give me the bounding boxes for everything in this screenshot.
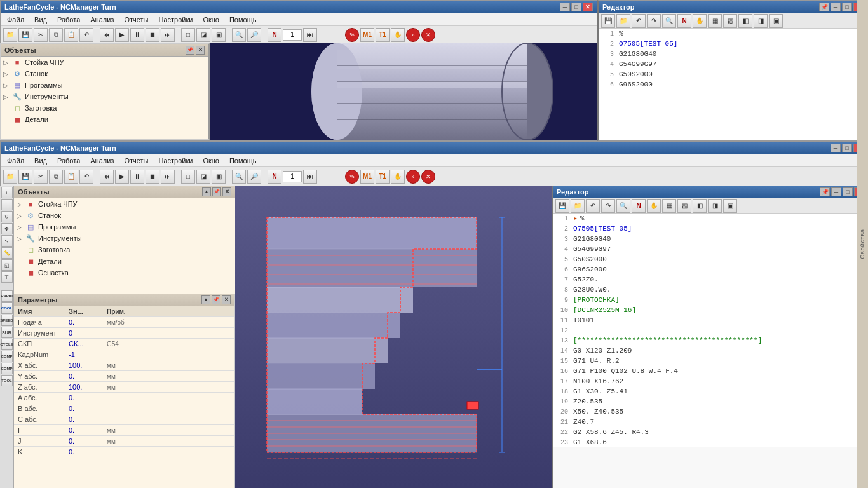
tree-bottom-fixture[interactable]: ◼ Оснастка bbox=[14, 267, 235, 278]
editor-b-btn3[interactable]: ◧ bbox=[693, 199, 707, 213]
editor-btn1[interactable]: ▦ bbox=[708, 14, 722, 28]
bottom-tb-skip[interactable]: ⏭ bbox=[303, 170, 317, 184]
params-close[interactable]: ✕ bbox=[222, 295, 231, 304]
expand-tools[interactable]: ▷ bbox=[17, 235, 24, 242]
tree-item-machine[interactable]: ▷ ⚙ Станок bbox=[1, 68, 208, 79]
expand-icon[interactable]: ▷ bbox=[3, 93, 11, 100]
editor-n-btn[interactable]: N bbox=[677, 14, 691, 28]
menu-file[interactable]: Файл bbox=[3, 15, 28, 25]
editor-redo-btn[interactable]: ↷ bbox=[647, 14, 661, 28]
tb-open[interactable]: 📁 bbox=[3, 28, 17, 42]
bottom-tb-step-fwd[interactable]: ⏭ bbox=[161, 170, 175, 184]
editor-btn3[interactable]: ◧ bbox=[738, 14, 752, 28]
tb-n-input[interactable] bbox=[283, 29, 302, 41]
bottom-tb-play[interactable]: ▶ bbox=[115, 170, 129, 184]
bottom-tb-m1[interactable]: M1 bbox=[360, 170, 374, 184]
side-btn-measure[interactable]: 📏 bbox=[1, 247, 13, 259]
editor-undo-btn[interactable]: ↶ bbox=[632, 14, 646, 28]
editor-open-btn[interactable]: 📁 bbox=[616, 14, 630, 28]
tb-copy[interactable]: ⧉ bbox=[49, 28, 63, 42]
bottom-tb-copy[interactable]: ⧉ bbox=[49, 170, 63, 184]
tb-step-fwd[interactable]: ⏭ bbox=[161, 28, 175, 42]
objects-bottom-pin[interactable]: 📌 bbox=[212, 187, 221, 196]
tb-t1[interactable]: T1 bbox=[376, 28, 390, 42]
side-btn-speed[interactable]: SPEED bbox=[1, 315, 13, 326]
editor-b-hand[interactable]: ✋ bbox=[647, 199, 661, 213]
bottom-tb-view2[interactable]: ◪ bbox=[196, 170, 210, 184]
bottom-tb-hand[interactable]: ✋ bbox=[391, 170, 405, 184]
editor-search-btn[interactable]: 🔍 bbox=[662, 14, 676, 28]
side-btn-rotate[interactable]: ↻ bbox=[1, 211, 13, 222]
bottom-minimize-btn[interactable]: ─ bbox=[831, 144, 841, 152]
editor-btn2[interactable]: ▧ bbox=[723, 14, 737, 28]
side-btn-zoom-in[interactable]: + bbox=[1, 187, 13, 198]
bottom-menu-file[interactable]: Файл bbox=[3, 156, 28, 166]
side-btn-comp2[interactable]: COMP bbox=[1, 363, 13, 374]
tree-bottom-tools[interactable]: ▷ 🔧 Инструменты bbox=[14, 233, 235, 244]
expand-cnc[interactable]: ▷ bbox=[17, 201, 24, 208]
bottom-menu-reports[interactable]: Отчеты bbox=[120, 156, 152, 166]
params-arrow-up[interactable]: ▲ bbox=[201, 295, 210, 304]
tree-bottom-blank[interactable]: ◻ Заготовка bbox=[14, 244, 235, 255]
menu-settings[interactable]: Настройки bbox=[154, 15, 196, 25]
tree-bottom-programs[interactable]: ▷ ▤ Программы bbox=[14, 221, 235, 233]
tree-bottom-parts[interactable]: ◼ Детали bbox=[14, 255, 235, 267]
editor-btn5[interactable]: ▣ bbox=[769, 14, 783, 28]
menu-reports[interactable]: Отчеты bbox=[120, 15, 152, 25]
editor-b-btn4[interactable]: ◨ bbox=[708, 199, 722, 213]
tree-bottom-machine[interactable]: ▷ ⚙ Станок bbox=[14, 210, 235, 221]
bottom-menu-view[interactable]: Вид bbox=[31, 156, 51, 166]
params-pin[interactable]: 📌 bbox=[212, 295, 220, 304]
side-btn-select[interactable]: ↖ bbox=[1, 235, 13, 247]
tb-m1[interactable]: M1 bbox=[360, 28, 374, 42]
bottom-tb-fast-fwd[interactable]: » bbox=[406, 170, 420, 184]
close-btn[interactable]: ✕ bbox=[583, 3, 593, 11]
menu-work[interactable]: Работа bbox=[53, 15, 84, 25]
side-btn-tool[interactable]: TOOL bbox=[1, 375, 13, 386]
objects-bottom-arrow-up[interactable]: ▲ bbox=[202, 187, 211, 196]
tb-view1[interactable]: □ bbox=[181, 28, 195, 42]
tree-item-programs[interactable]: ▷ ▤ Программы bbox=[1, 79, 208, 91]
editor-b-redo[interactable]: ↷ bbox=[601, 199, 615, 213]
tree-item-tools[interactable]: ▷ 🔧 Инструменты bbox=[1, 91, 208, 102]
tb-paste[interactable]: 📋 bbox=[64, 28, 78, 42]
side-btn-cycle[interactable]: CYCLE bbox=[1, 339, 13, 350]
bottom-tb-stop[interactable]: ⏹ bbox=[146, 170, 159, 184]
editor-b-btn5[interactable]: ▣ bbox=[723, 199, 737, 213]
editor-b-n[interactable]: N bbox=[632, 199, 646, 213]
expand-programs[interactable]: ▷ bbox=[17, 224, 24, 231]
bottom-tb-cut[interactable]: ✂ bbox=[34, 170, 48, 184]
side-btn-pan[interactable]: ✥ bbox=[1, 223, 13, 234]
bottom-tb-stop-red[interactable]: ✕ bbox=[421, 170, 435, 184]
editor-top-code-area[interactable]: 1 % 2 O7505[TEST 05] 3 G21G80G40 4 G54G9… bbox=[599, 29, 867, 140]
tb-view2[interactable]: ◪ bbox=[196, 28, 210, 42]
tree-item-parts[interactable]: ◼ Детали bbox=[1, 114, 208, 125]
menu-view[interactable]: Вид bbox=[31, 15, 51, 25]
editor-b-undo[interactable]: ↶ bbox=[586, 199, 600, 213]
tb-step-back[interactable]: ⏮ bbox=[100, 28, 114, 42]
editor-bottom-restore[interactable]: □ bbox=[843, 187, 853, 196]
tree-item-blank[interactable]: ◻ Заготовка bbox=[1, 102, 208, 114]
bottom-menu-window[interactable]: Окно bbox=[199, 156, 223, 166]
tb-view3[interactable]: ▣ bbox=[212, 28, 226, 42]
bottom-tb-save[interactable]: 💾 bbox=[18, 170, 32, 184]
objects-pin-btn[interactable]: 📌 bbox=[186, 46, 194, 55]
bottom-tb-open[interactable]: 📁 bbox=[3, 170, 17, 184]
restore-btn[interactable]: □ bbox=[571, 3, 581, 11]
side-btn-sub[interactable]: SUB bbox=[1, 327, 13, 338]
side-btn-view-top[interactable]: ⊤ bbox=[1, 271, 13, 283]
expand-icon[interactable]: ▷ bbox=[3, 59, 11, 66]
menu-help[interactable]: Помощь bbox=[226, 15, 261, 25]
editor-save-btn[interactable]: 💾 bbox=[601, 14, 615, 28]
tb-stop[interactable]: ⏹ bbox=[146, 28, 159, 42]
editor-bottom-pin[interactable]: 📌 bbox=[820, 187, 830, 196]
editor-restore-btn[interactable]: □ bbox=[842, 3, 852, 11]
tb-zoom-in[interactable]: 🔍 bbox=[232, 28, 246, 42]
bottom-tb-pause[interactable]: ⏸ bbox=[130, 170, 144, 184]
menu-window[interactable]: Окно bbox=[199, 15, 223, 25]
tree-item-cnc[interactable]: ▷ ■ Стойка ЧПУ bbox=[1, 57, 208, 68]
editor-bottom-minimize[interactable]: ─ bbox=[831, 187, 841, 196]
objects-bottom-close[interactable]: ✕ bbox=[222, 187, 231, 196]
objects-close-btn[interactable]: ✕ bbox=[196, 46, 205, 55]
tb-stop-red[interactable]: ✕ bbox=[421, 28, 435, 42]
